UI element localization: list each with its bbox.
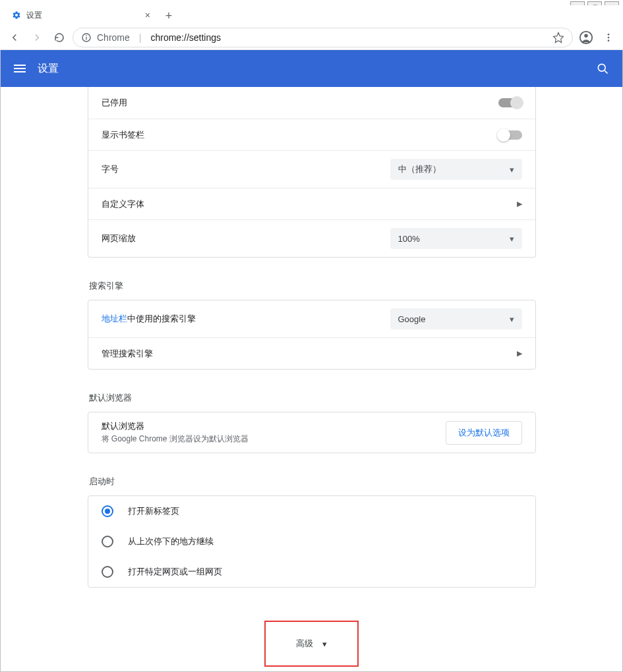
window-titlebar: ─ ▢ ✕ — [0, 0, 623, 5]
caret-down-icon: ▾ — [510, 234, 514, 244]
toggle-bookmarks-bar[interactable] — [498, 130, 522, 140]
close-tab-icon[interactable]: × — [145, 10, 150, 20]
menu-icon[interactable] — [599, 28, 618, 47]
forward-button[interactable] — [28, 28, 46, 47]
appearance-card: 已停用 显示书签栏 字号 中（推荐） ▾ 自定义字体 ▶ — [88, 87, 536, 258]
startup-option-specific[interactable]: 打开特定网页或一组网页 — [88, 557, 535, 587]
settings-header: 设置 — [1, 50, 622, 87]
svg-point-6 — [608, 36, 610, 38]
radio-icon[interactable] — [102, 505, 113, 517]
row-page-zoom: 网页缩放 100% ▾ — [88, 219, 535, 257]
address-bar[interactable]: Chrome | chrome://settings — [73, 28, 573, 47]
section-search-engine: 搜索引擎 — [88, 280, 536, 292]
svg-point-4 — [584, 34, 588, 38]
row-subtitle: 将 Google Chrome 浏览器设为默认浏览器 — [102, 434, 446, 445]
toggle-disabled — [498, 98, 522, 107]
new-tab-button[interactable]: + — [160, 7, 178, 25]
radio-label: 从上次停下的地方继续 — [128, 536, 214, 547]
row-label: 字号 — [102, 163, 390, 175]
row-custom-fonts[interactable]: 自定义字体 ▶ — [88, 188, 535, 219]
svg-point-8 — [598, 64, 605, 71]
select-value: 中（推荐） — [398, 163, 441, 175]
arrow-right-icon: ▶ — [517, 349, 522, 358]
advanced-section: 高级 ▾ — [88, 621, 536, 667]
highlight-annotation: 高级 ▾ — [264, 621, 359, 667]
row-label: 管理搜索引擎 — [102, 348, 517, 360]
set-default-browser-button[interactable]: 设为默认选项 — [446, 421, 522, 445]
tab-strip: 设置 × + — [0, 5, 623, 25]
radio-label: 打开特定网页或一组网页 — [128, 566, 222, 578]
content-frame: 设置 已停用 显示书签栏 字号 中（推荐） ▾ — [0, 50, 623, 672]
tab-title: 设置 — [26, 10, 42, 21]
gear-icon — [12, 11, 21, 20]
site-info-icon[interactable] — [81, 32, 92, 43]
select-value: 100% — [398, 234, 420, 244]
profile-icon[interactable] — [577, 28, 595, 47]
row-font-size: 字号 中（推荐） ▾ — [88, 150, 535, 188]
arrow-right-icon: ▶ — [517, 200, 522, 208]
row-title: 默认浏览器 — [102, 420, 446, 432]
search-engine-card: 地址栏中使用的搜索引擎 Google ▾ 管理搜索引擎 ▶ — [88, 300, 536, 370]
caret-down-icon: ▾ — [510, 314, 514, 324]
section-on-startup: 启动时 — [88, 476, 536, 488]
svg-rect-2 — [86, 37, 86, 40]
page-zoom-select[interactable]: 100% ▾ — [390, 228, 522, 249]
url-separator: | — [139, 32, 142, 43]
row-disabled: 已停用 — [88, 87, 535, 119]
caret-down-icon: ▾ — [322, 639, 327, 649]
back-button[interactable] — [5, 28, 24, 47]
browser-toolbar: Chrome | chrome://settings — [0, 25, 623, 50]
radio-icon[interactable] — [102, 536, 113, 547]
radio-icon[interactable] — [102, 566, 113, 578]
row-label: 地址栏中使用的搜索引擎 — [102, 313, 390, 325]
row-manage-search-engines[interactable]: 管理搜索引擎 ▶ — [88, 337, 535, 369]
url-host: Chrome — [97, 32, 130, 43]
radio-label: 打开新标签页 — [128, 505, 179, 517]
row-label: 网页缩放 — [102, 233, 390, 244]
row-label: 显示书签栏 — [102, 129, 498, 141]
search-icon[interactable] — [596, 62, 609, 75]
reload-button[interactable] — [50, 28, 69, 47]
menu-hamburger-icon[interactable] — [14, 65, 26, 72]
settings-title: 设置 — [38, 62, 59, 76]
select-value: Google — [398, 314, 426, 324]
advanced-label: 高级 — [296, 638, 313, 650]
row-search-engine: 地址栏中使用的搜索引擎 Google ▾ — [88, 300, 535, 337]
svg-point-1 — [86, 35, 87, 36]
search-engine-select[interactable]: Google ▾ — [390, 308, 522, 329]
row-default-browser: 默认浏览器 将 Google Chrome 浏览器设为默认浏览器 设为默认选项 — [88, 412, 535, 453]
browser-tab-settings[interactable]: 设置 × — [5, 5, 157, 25]
svg-point-7 — [608, 40, 610, 42]
row-label: 自定义字体 — [102, 198, 517, 210]
settings-body[interactable]: 已停用 显示书签栏 字号 中（推荐） ▾ 自定义字体 ▶ — [1, 87, 622, 671]
row-label: 已停用 — [102, 97, 498, 109]
startup-option-continue[interactable]: 从上次停下的地方继续 — [88, 526, 535, 557]
svg-point-5 — [608, 34, 610, 36]
startup-card: 打开新标签页 从上次停下的地方继续 打开特定网页或一组网页 — [88, 495, 536, 588]
address-bar-link[interactable]: 地址栏 — [102, 314, 127, 323]
url-path: chrome://settings — [150, 32, 221, 43]
default-browser-card: 默认浏览器 将 Google Chrome 浏览器设为默认浏览器 设为默认选项 — [88, 412, 536, 453]
font-size-select[interactable]: 中（推荐） ▾ — [390, 159, 522, 180]
section-default-browser: 默认浏览器 — [88, 392, 536, 404]
bookmark-star-icon[interactable] — [552, 32, 564, 43]
caret-down-icon: ▾ — [510, 165, 514, 175]
row-show-bookmarks: 显示书签栏 — [88, 119, 535, 150]
advanced-toggle-button[interactable]: 高级 ▾ — [284, 631, 339, 656]
startup-option-newtab[interactable]: 打开新标签页 — [88, 496, 535, 526]
